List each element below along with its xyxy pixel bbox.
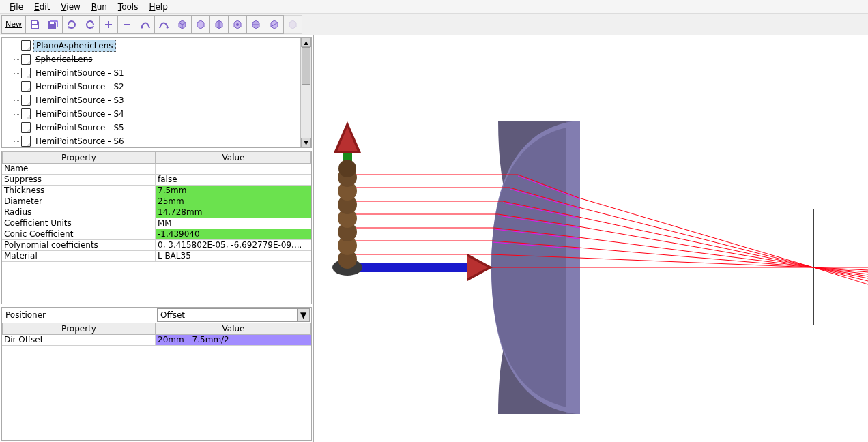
object-tree[interactable]: PlanoAsphericLensSphericalLensHemiPointS… [1, 37, 312, 148]
cube4-button[interactable] [228, 15, 247, 34]
left-pane: PlanoAsphericLensSphericalLensHemiPointS… [0, 35, 314, 442]
properties-header-value[interactable]: Value [156, 151, 311, 164]
property-row[interactable]: Suppressfalse [2, 175, 311, 186]
property-row[interactable]: Polynomial coefficients0, 3.415802E-05, … [2, 240, 311, 251]
svg-point-58 [338, 160, 356, 177]
tree-item[interactable]: SphericalLens [2, 53, 311, 66]
positioner-select[interactable]: Offset ▼ [157, 308, 310, 322]
svg-point-3 [141, 26, 143, 28]
menu-tools[interactable]: Tools [113, 1, 144, 13]
property-name: Thickness [2, 186, 156, 196]
file-icon [21, 95, 31, 106]
scroll-thumb[interactable] [302, 47, 310, 85]
positioner-header-value[interactable]: Value [156, 323, 311, 335]
property-value[interactable]: 14.728mm [156, 207, 311, 218]
positioner-prop-name: Dir Offset [2, 335, 156, 345]
property-name: Polynomial coefficients [2, 240, 156, 250]
cube6-button[interactable] [265, 15, 284, 34]
svg-rect-0 [32, 21, 37, 24]
refresh-ccw-button[interactable] [62, 15, 81, 34]
positioner-row[interactable]: Dir Offset20mm - 7.5mm/2 [2, 335, 311, 346]
property-value[interactable]: L-BAL35 [156, 251, 311, 261]
tree-item-label: HemiPointSource - S5 [33, 122, 126, 133]
curve1-button[interactable] [136, 15, 155, 34]
menu-file[interactable]: File [4, 1, 29, 13]
property-row[interactable]: MaterialL-BAL35 [2, 251, 311, 262]
refresh-cw-button[interactable] [81, 15, 100, 34]
tree-item[interactable]: HemiPointSource - S3 [2, 93, 311, 107]
property-name: Coefficient Units [2, 218, 156, 229]
tree-item[interactable]: HemiPointSource - S5 [2, 121, 311, 134]
tree-item[interactable]: HemiPointSource - S1 [2, 66, 311, 80]
save-all-button[interactable] [44, 15, 63, 34]
svg-rect-44 [351, 263, 471, 272]
property-value[interactable]: 7.5mm [156, 186, 311, 196]
toolbar: New [0, 14, 868, 35]
menu-edit[interactable]: Edit [29, 1, 55, 13]
property-name: Conic Coefficient [2, 229, 156, 239]
positioner-label: Positioner [3, 310, 157, 320]
tree-item[interactable]: HemiPointSource - S2 [2, 80, 311, 93]
cube5-button[interactable] [246, 15, 265, 34]
cube7-button [283, 15, 302, 34]
property-value[interactable] [156, 164, 311, 174]
positioner-panel: Positioner Offset ▼ Property Value Dir O… [1, 307, 312, 441]
svg-line-14 [579, 207, 813, 267]
cube2-button[interactable] [191, 15, 210, 34]
scroll-down-icon[interactable]: ▼ [301, 138, 311, 147]
property-value[interactable]: 0, 3.415802E-05, -6.692779E-09,... [156, 240, 311, 250]
tree-item-label: PlanoAsphericLens [33, 40, 116, 52]
properties-panel: Property Value NameSuppressfalseThicknes… [1, 151, 312, 304]
property-row[interactable]: Name [2, 164, 311, 175]
file-icon [21, 122, 31, 133]
svg-rect-1 [32, 25, 38, 28]
property-name: Material [2, 251, 156, 261]
menu-bar: File Edit View Run Tools Help [0, 0, 868, 14]
positioner-prop-value[interactable]: 20mm - 7.5mm/2 [156, 335, 311, 345]
3d-viewport[interactable] [314, 35, 868, 442]
property-name: Radius [2, 207, 156, 218]
property-row[interactable]: Coefficient UnitsMM [2, 218, 311, 229]
tree-item[interactable]: HemiPointSource - S4 [2, 107, 311, 121]
tree-scrollbar[interactable]: ▲ ▼ [300, 38, 311, 147]
menu-help[interactable]: Help [143, 1, 173, 13]
property-row[interactable]: Radius14.728mm [2, 207, 311, 218]
properties-header-property[interactable]: Property [2, 151, 156, 164]
svg-point-5 [236, 23, 239, 26]
tree-item-label: HemiPointSource - S3 [33, 95, 126, 106]
property-row[interactable]: Thickness7.5mm [2, 186, 311, 196]
tree-item-label: HemiPointSource - S2 [33, 81, 126, 92]
property-row[interactable]: Diameter25mm [2, 196, 311, 207]
property-row[interactable]: Conic Coefficient-1.439040 [2, 229, 311, 240]
property-value[interactable]: -1.439040 [156, 229, 311, 239]
svg-rect-2 [50, 22, 54, 24]
file-icon [21, 40, 31, 51]
file-icon [21, 68, 31, 78]
property-name: Diameter [2, 196, 156, 207]
property-name: Name [2, 164, 156, 174]
cube1-button[interactable] [173, 15, 192, 34]
tree-item-label: HemiPointSource - S6 [33, 136, 126, 147]
minus-button[interactable] [117, 15, 136, 34]
new-button[interactable]: New [1, 15, 26, 34]
curve2-button[interactable] [154, 15, 173, 34]
svg-point-4 [167, 26, 169, 28]
file-icon [21, 81, 31, 92]
tree-item[interactable]: HemiPointSource - S6 [2, 134, 311, 148]
plus-button[interactable] [99, 15, 118, 34]
cube3-button[interactable] [209, 15, 229, 34]
positioner-header-property[interactable]: Property [2, 323, 156, 335]
tree-item[interactable]: PlanoAsphericLens [2, 39, 311, 53]
file-icon [21, 136, 31, 147]
property-value[interactable]: MM [156, 218, 311, 229]
tree-item-label: SphericalLens [33, 54, 95, 65]
chevron-down-icon[interactable]: ▼ [297, 309, 309, 321]
property-name: Suppress [2, 175, 156, 185]
property-value[interactable]: false [156, 175, 311, 185]
file-icon [21, 54, 31, 65]
property-value[interactable]: 25mm [156, 196, 311, 207]
save-button[interactable] [25, 15, 44, 34]
menu-view[interactable]: View [55, 1, 85, 13]
scroll-up-icon[interactable]: ▲ [301, 38, 311, 47]
menu-run[interactable]: Run [86, 1, 113, 13]
